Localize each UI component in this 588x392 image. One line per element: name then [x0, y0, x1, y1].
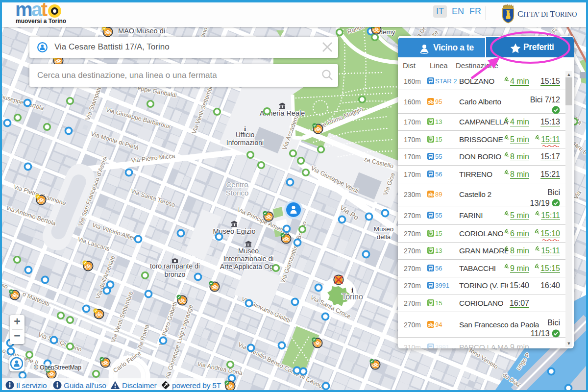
- svg-text:Storico: Storico: [226, 189, 249, 197]
- svg-text:della: della: [377, 233, 391, 241]
- svg-text:Museo: Museo: [238, 247, 259, 255]
- svg-text:Museo: Museo: [374, 225, 394, 233]
- svg-text:i: i: [351, 286, 353, 294]
- svg-text:MAO Museo di: MAO Museo di: [118, 27, 165, 35]
- svg-text:Internazionale di: Internazionale di: [223, 255, 274, 263]
- svg-text:bronzo: bronzo: [165, 270, 186, 278]
- svg-text:Informazioni: Informazioni: [226, 139, 264, 147]
- svg-text:i: i: [244, 125, 246, 132]
- svg-text:toro rampante di: toro rampante di: [150, 262, 200, 270]
- svg-text:Centro: Centro: [226, 180, 248, 189]
- svg-text:Arte Applicata Ogg: Arte Applicata Ogg: [220, 263, 277, 270]
